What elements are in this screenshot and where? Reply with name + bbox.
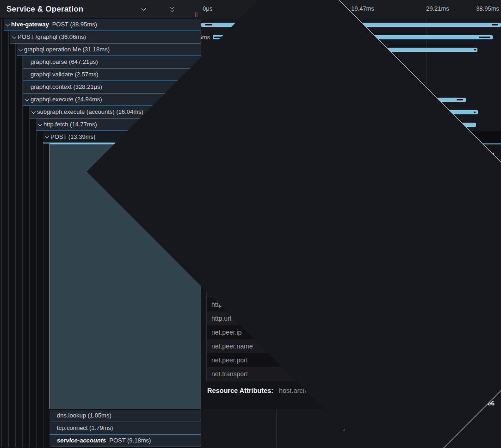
bar-mark [205,24,212,25]
chevron-right-icon[interactable] [155,6,161,12]
span-tree-children: dns.lookup (1.05ms)tcp.connect (1.79ms)s… [0,409,201,447]
chevron-down-icon[interactable] [30,111,37,114]
timeline-tick-label: 0μs [203,5,212,12]
span-tree-panel: Service & Operation || hive-gatewayPOST … [0,0,201,448]
trace-viewer: Service & Operation || hive-gatewayPOST … [0,0,501,448]
tree-header: Service & Operation || [0,0,201,19]
span-row[interactable]: service-accountsPOST (9.18ms) [49,435,201,447]
span-row[interactable]: hive-gatewayPOST (38.95ms) [4,19,201,31]
span-row[interactable]: dns.lookup (1.05ms) [49,410,201,422]
chevron-down-icon[interactable] [4,23,11,26]
chevron-down-icon[interactable] [23,98,31,101]
span-row[interactable]: graphql.validate (2.57ms) [23,68,201,81]
bar-mark [457,99,463,100]
chevron-down-icon[interactable] [43,135,50,138]
attribute-key: http.url [211,315,231,322]
span-label: tcp.connect (1.79ms) [57,422,113,434]
panel-resize-grip[interactable]: || [195,12,198,17]
bar-mark [474,49,476,50]
resource-key: host.arch [279,387,307,394]
attribute-key: net.peer.name [211,342,253,350]
chevron-down-icon[interactable] [140,6,147,12]
span-label: graphql.context (328.21μs) [31,81,102,93]
timeline-tick-label: 19.47ms [351,5,374,12]
chevron-down-icon[interactable] [36,123,43,126]
span-row[interactable]: tcp.connect (1.79ms) [49,422,201,435]
resource-attributes-title: Resource Attributes: [207,387,273,394]
span-label: subgraph.execute (accounts) (16.04ms) [37,106,143,118]
bar-mark [474,112,476,113]
chevron-down-icon[interactable] [17,48,24,51]
span-label: POST /graphql (36.06ms) [18,31,86,43]
attribute-key: net.peer.ip [211,329,241,336]
tree-header-title: Service & Operation [6,5,83,14]
span-label: http.fetch (14.77ms) [43,118,97,131]
span-label: graphql.operation Me (31.18ms) [24,44,110,56]
timeline-tick-label: 38.95ms [476,5,499,12]
service-name: service-accounts [57,435,106,447]
attribute-key: net.transport [211,370,248,378]
bar-mark [479,37,490,38]
span-row[interactable]: POST /graphql (36.06ms) [10,31,201,44]
double-chevron-right-icon[interactable] [183,6,190,12]
timeline-tick-label: 29.21ms [426,5,449,12]
span-label: graphql.validate (2.57ms) [31,68,99,81]
double-chevron-down-icon[interactable] [169,6,175,12]
span-label: dns.lookup (1.05ms) [57,410,111,422]
chevron-down-icon[interactable] [10,36,18,39]
span-label: graphql.parse (647.21μs) [31,56,98,68]
service-name: hive-gateway [11,19,49,31]
span-label: POST (13.39ms) [50,131,95,143]
span-label: POST (9.18ms) [109,435,151,447]
span-row[interactable]: graphql.operation Me (31.18ms) [17,44,201,56]
bar-mark [492,24,498,25]
attribute-key: net.peer.port [211,356,248,364]
span-label: graphql.execute (24.94ms) [31,93,102,106]
bar-duration-label: 36.06ms [201,31,210,44]
span-label: POST (38.95ms) [52,19,97,31]
span-row[interactable]: graphql.parse (647.21μs) [23,56,201,68]
